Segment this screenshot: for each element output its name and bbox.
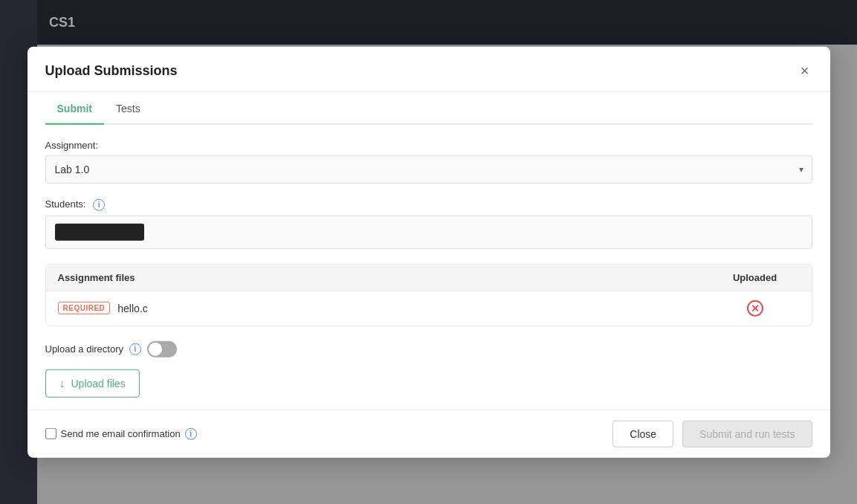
files-table-header: Assignment files Uploaded bbox=[46, 264, 812, 291]
assignment-select[interactable]: Lab 1.0 bbox=[45, 155, 812, 184]
submit-and-run-tests-button[interactable]: Submit and run tests bbox=[682, 420, 812, 447]
students-info-icon[interactable]: i bbox=[93, 198, 105, 210]
upload-directory-row: Upload a directory i bbox=[45, 340, 812, 357]
modal-footer: Send me email confirmation i Close Submi… bbox=[28, 409, 830, 457]
upload-status: ✕ bbox=[711, 300, 800, 316]
email-confirm-row: Send me email confirmation i bbox=[45, 427, 197, 439]
students-field-group: Students: i bbox=[45, 198, 812, 249]
tabs-container: Submit Tests bbox=[45, 92, 812, 125]
col-uploaded: Uploaded bbox=[711, 271, 800, 282]
assignment-select-wrapper: Lab 1.0 ▾ bbox=[45, 155, 812, 184]
email-confirmation-label: Send me email confirmation bbox=[61, 428, 181, 439]
tab-tests[interactable]: Tests bbox=[104, 92, 152, 123]
students-input-container[interactable] bbox=[45, 215, 812, 248]
students-label: Students: i bbox=[45, 198, 812, 211]
col-assignment-files: Assignment files bbox=[58, 271, 711, 282]
files-table: Assignment files Uploaded REQUIRED hello… bbox=[45, 263, 812, 326]
assignment-label: Assignment: bbox=[45, 140, 812, 151]
modal-body: Submit Tests Assignment: Lab 1.0 ▾ Stude… bbox=[28, 92, 830, 410]
error-status-icon: ✕ bbox=[747, 300, 763, 316]
student-tag bbox=[55, 223, 144, 240]
upload-files-label: Upload files bbox=[71, 377, 126, 389]
upload-icon: ↓ bbox=[59, 376, 65, 390]
upload-submissions-modal: Upload Submissions × Submit Tests Assign… bbox=[28, 47, 830, 458]
required-badge: REQUIRED bbox=[58, 302, 111, 314]
upload-directory-label: Upload a directory bbox=[45, 343, 124, 355]
assignment-field-group: Assignment: Lab 1.0 ▾ bbox=[45, 140, 812, 184]
upload-directory-info-icon[interactable]: i bbox=[129, 343, 141, 355]
upload-files-button[interactable]: ↓ Upload files bbox=[45, 369, 140, 397]
close-button[interactable]: Close bbox=[612, 420, 673, 447]
email-info-icon[interactable]: i bbox=[185, 427, 197, 439]
upload-directory-toggle[interactable] bbox=[147, 340, 177, 357]
table-row: REQUIRED hello.c ✕ bbox=[46, 291, 812, 325]
tab-submit[interactable]: Submit bbox=[45, 92, 104, 123]
file-name: hello.c bbox=[117, 302, 710, 314]
close-icon[interactable]: × bbox=[798, 60, 812, 81]
modal-header: Upload Submissions × bbox=[28, 47, 830, 92]
email-confirmation-checkbox[interactable] bbox=[45, 428, 56, 439]
modal-title: Upload Submissions bbox=[45, 62, 178, 78]
